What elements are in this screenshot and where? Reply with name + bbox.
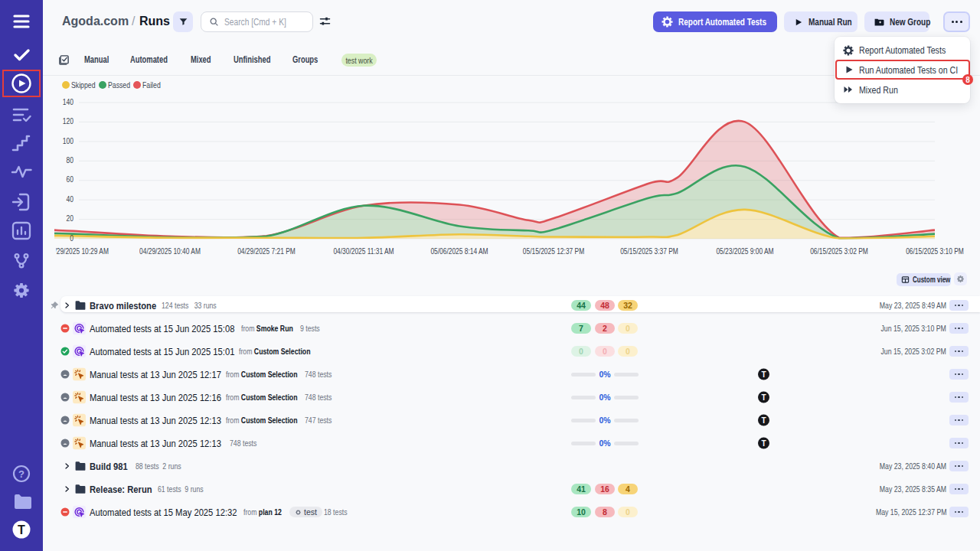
svg-text:T: T	[18, 523, 25, 536]
